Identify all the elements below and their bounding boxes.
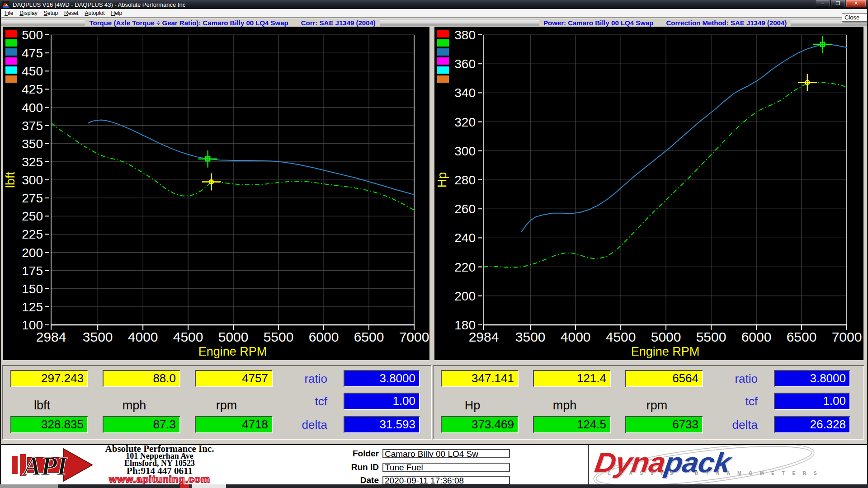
svg-text:Hp: Hp: [435, 172, 449, 188]
svg-text:360: 360: [454, 57, 476, 71]
torque-correction-label: Corr: SAE J1349 (2004): [301, 19, 376, 27]
maximize-button[interactable]: ❐: [830, 0, 845, 8]
svg-text:300: 300: [454, 144, 476, 158]
menu-item-reset[interactable]: Reset: [61, 10, 81, 16]
menu-bar: FileDisplaySetupResetAutoplotHelp: [0, 9, 868, 18]
torque-chart-panel[interactable]: 1001251501752002252502753003253503754004…: [3, 27, 429, 360]
cursor1-value-rpm: 6564: [625, 370, 703, 387]
delta-label: delta: [273, 418, 327, 432]
unit-label-rpm: rpm: [188, 399, 265, 413]
cursor1-value-mph: 121.4: [533, 370, 611, 387]
power-chart-header: Power: Camaro Billy 00 LQ4 Swap Correcti…: [539, 19, 791, 26]
dynapack-dynamometers-label: D Y N A M O M E T E R S: [695, 471, 820, 476]
field-label-folder: Folder: [344, 449, 379, 459]
menu-item-autoplot[interactable]: Autoplot: [81, 10, 108, 16]
ratio-label: ratio: [703, 372, 758, 386]
api-logo: API: [10, 446, 100, 484]
svg-text:4500: 4500: [173, 329, 203, 344]
field-label-run-id: Run ID: [344, 462, 379, 472]
torque-run-blue-curve: [88, 120, 414, 195]
cursor1-value-mph: 88.0: [103, 370, 180, 387]
window-title: DAQPLUS V16 (4WD - DAQPLUS 43) - Absolut…: [13, 1, 185, 8]
svg-text:500: 500: [22, 28, 43, 42]
menu-item-help[interactable]: Help: [108, 10, 126, 16]
svg-text:340: 340: [454, 86, 476, 100]
close-tooltip: Close: [842, 13, 868, 22]
svg-text:125: 125: [22, 300, 43, 314]
torque-readout-panel: 297.24388.04757lbftmphrpm328.83587.34718…: [2, 365, 432, 440]
field-input-folder[interactable]: Camaro Billy 00 LQ4 Sw: [382, 449, 510, 458]
svg-text:3500: 3500: [515, 329, 546, 344]
green-cursor-marker[interactable]: [813, 36, 832, 53]
svg-text:4500: 4500: [606, 329, 636, 344]
menu-item-display[interactable]: Display: [16, 10, 40, 16]
svg-text:API: API: [22, 451, 68, 481]
ratio-label: ratio: [273, 372, 327, 386]
svg-text:5500: 5500: [264, 329, 294, 344]
unit-label-lbft: lbft: [3, 399, 81, 413]
power-chart-panel[interactable]: 1802002202402602803003203403603802984350…: [434, 27, 863, 360]
svg-text:6000: 6000: [741, 329, 772, 344]
power-correction-label: Correction Method: SAE J1349 (2004): [666, 19, 787, 27]
torque-chart-title: Torque (Axle Torque ÷ Gear Ratio): Camar…: [90, 19, 288, 27]
close-button[interactable]: ✕: [846, 0, 866, 8]
footer: API Absolute Performance Inc. 101 Nepper…: [0, 445, 868, 484]
unit-label-hp: Hp: [434, 399, 511, 413]
svg-text:240: 240: [454, 231, 476, 245]
yellow-cursor-marker[interactable]: [798, 74, 817, 91]
svg-text:425: 425: [22, 82, 43, 96]
tcf-value: 1.00: [774, 393, 850, 410]
power-readout-panel: 347.141121.46564Hpmphrpm373.469124.56733…: [433, 365, 864, 440]
field-label-date: Date: [344, 475, 379, 485]
cursor2-value-rpm: 6733: [625, 416, 703, 433]
torque-chart-canvas: 1001251501752002252502753003253503754004…: [3, 27, 429, 360]
menu-item-setup[interactable]: Setup: [41, 10, 61, 16]
cursor1-value-lbft: 297.243: [10, 370, 88, 387]
svg-text:Engine RPM: Engine RPM: [631, 345, 700, 358]
torque-run-green-curve: [51, 123, 414, 210]
torque-chart-header: Torque (Axle Torque ÷ Gear Ratio): Camar…: [85, 19, 380, 26]
tcf-label: tcf: [703, 394, 758, 408]
field-input-date[interactable]: 2020-09-11 17:36:08: [382, 476, 510, 485]
company-website: www.apituning.com: [100, 475, 219, 483]
svg-text:4000: 4000: [561, 329, 591, 344]
field-input-run-id[interactable]: Tune Fuel: [382, 463, 510, 472]
power-chart-canvas: 1802002202402602803003203403603802984350…: [434, 27, 863, 360]
delta-value: 31.593: [344, 416, 420, 433]
title-bar: DAQPLUS V16 (4WD - DAQPLUS 43) - Absolut…: [0, 0, 868, 9]
power-run-green-curve: [484, 82, 847, 267]
svg-text:Engine RPM: Engine RPM: [198, 345, 267, 358]
menu-item-file[interactable]: File: [1, 10, 16, 16]
svg-text:250: 250: [22, 209, 43, 223]
svg-text:5000: 5000: [218, 329, 249, 344]
ratio-value: 3.8000: [774, 370, 850, 387]
cursor2-value-mph: 87.3: [103, 416, 180, 433]
svg-text:5500: 5500: [696, 329, 726, 344]
svg-text:350: 350: [22, 137, 43, 151]
svg-text:275: 275: [22, 191, 43, 205]
unit-label-rpm: rpm: [618, 399, 696, 413]
cursor2-value-rpm: 4718: [195, 416, 273, 433]
svg-text:200: 200: [454, 289, 476, 303]
power-chart-title: Power: Camaro Billy 00 LQ4 Swap: [543, 19, 653, 27]
svg-text:lbft: lbft: [4, 171, 17, 188]
tcf-value: 1.00: [344, 393, 420, 410]
app-icon: [2, 1, 9, 8]
company-address-block: Absolute Performance Inc. 101 Nepperhan …: [100, 445, 219, 483]
svg-text:375: 375: [22, 119, 43, 133]
cursor1-value-rpm: 4757: [195, 370, 273, 387]
svg-text:400: 400: [22, 101, 43, 115]
svg-text:150: 150: [22, 282, 43, 296]
svg-text:380: 380: [454, 28, 476, 42]
unit-label-mph: mph: [95, 399, 173, 413]
svg-text:260: 260: [454, 202, 476, 216]
ratio-value: 3.8000: [344, 370, 420, 387]
cursor1-value-hp: 347.141: [441, 370, 519, 387]
dynapack-logo: Dynapack C H A S S I S D Y N A M O M E T…: [589, 445, 867, 484]
svg-text:7000: 7000: [832, 329, 862, 344]
svg-text:200: 200: [22, 246, 43, 260]
green-cursor-marker[interactable]: [198, 150, 217, 168]
dynapack-chassis-label: C H A S S I S: [608, 471, 676, 476]
minimize-button[interactable]: –: [815, 0, 830, 8]
tcf-label: tcf: [273, 394, 327, 408]
